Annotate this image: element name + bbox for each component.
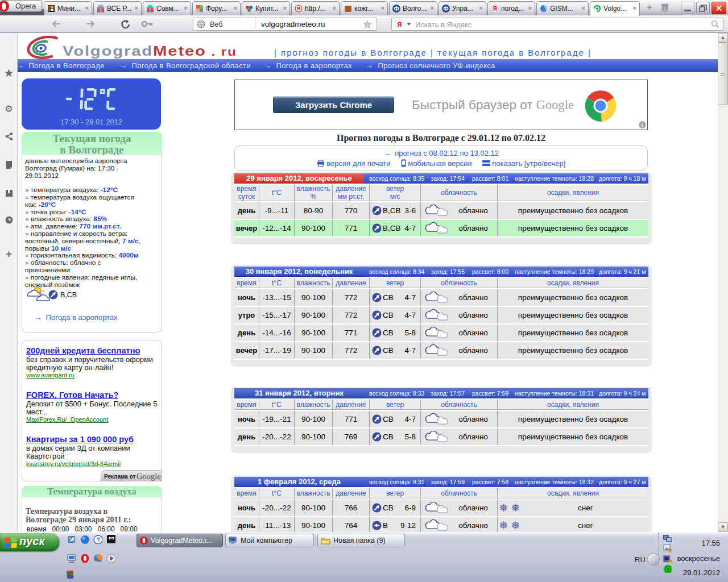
svg-text:Я: Я (297, 6, 300, 11)
svg-text:Я: Я (493, 6, 497, 12)
svg-text:!: ! (670, 549, 671, 552)
svg-text:Ф: Ф (443, 5, 448, 12)
svg-text:!: ! (669, 559, 671, 563)
svg-text:Ф: Ф (394, 5, 399, 12)
svg-text:?: ? (96, 537, 100, 543)
svg-text:Я: Я (398, 21, 402, 28)
